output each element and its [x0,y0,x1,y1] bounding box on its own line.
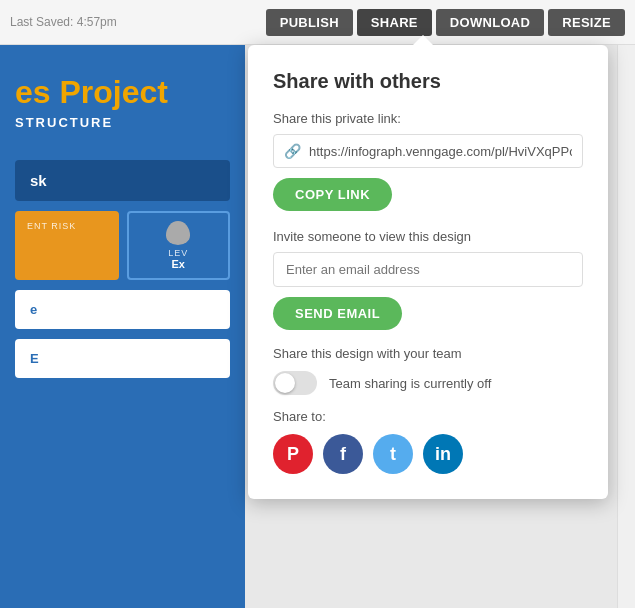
link-input-wrapper: 🔗 [273,134,583,168]
link-input-field[interactable] [309,144,572,159]
person-avatar [166,221,190,245]
send-email-button[interactable]: SEND EMAIL [273,297,402,330]
invite-label: Invite someone to view this design [273,229,583,244]
white-box-2: E [15,339,230,378]
team-toggle-row: Team sharing is currently off [273,371,583,395]
card-person-label: LEV [168,248,188,258]
linkedin-icon: in [435,444,451,465]
toolbar: Last Saved: 4:57pm PUBLISH SHARE DOWNLOA… [0,0,635,45]
share-modal: Share with others Share this private lin… [248,45,608,499]
white-box: e [15,290,230,329]
team-sharing-toggle[interactable] [273,371,317,395]
share-button[interactable]: SHARE [357,9,432,36]
card-orange-label: ent Risk [27,221,107,231]
team-section: Share this design with your team Team sh… [273,346,583,395]
right-sidebar-strip [617,45,635,608]
twitter-icon: t [390,444,396,465]
facebook-icon: f [340,444,346,465]
email-input-field[interactable] [273,252,583,287]
design-title: es Project [0,45,245,115]
white-box-text: e [30,302,215,317]
modal-title: Share with others [273,70,583,93]
card-orange: ent Risk [15,211,119,280]
risk-box: sk [15,160,230,201]
design-subtitle: STRUCTURE [0,115,245,150]
copy-link-button[interactable]: COPY LINK [273,178,392,211]
resize-button[interactable]: RESIZE [548,9,625,36]
design-cards-row: ent Risk LEV Ex [0,211,245,280]
design-canvas: es Project STRUCTURE sk ent Risk LEV Ex … [0,45,245,608]
twitter-button[interactable]: t [373,434,413,474]
white-box-text-2: E [30,351,215,366]
card-person-value: Ex [172,258,185,270]
share-to-label: Share to: [273,409,583,424]
linkedin-button[interactable]: in [423,434,463,474]
risk-box-text: sk [30,172,215,189]
facebook-button[interactable]: f [323,434,363,474]
team-share-label: Share this design with your team [273,346,583,361]
invite-section: Invite someone to view this design SEND … [273,229,583,330]
private-link-label: Share this private link: [273,111,583,126]
team-toggle-text: Team sharing is currently off [329,376,491,391]
download-button[interactable]: DOWNLOAD [436,9,544,36]
pinterest-icon: P [287,444,299,465]
link-icon: 🔗 [284,143,301,159]
social-buttons-row: P f t in [273,434,583,474]
last-saved-text: Last Saved: 4:57pm [10,15,117,29]
toggle-knob [275,373,295,393]
pinterest-button[interactable]: P [273,434,313,474]
publish-button[interactable]: PUBLISH [266,9,353,36]
card-person: LEV Ex [127,211,231,280]
